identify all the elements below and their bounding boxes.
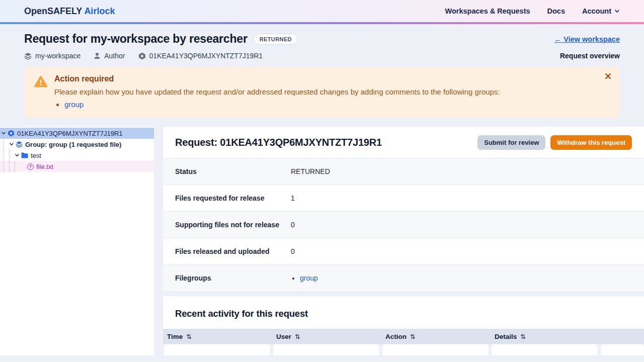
nav-docs[interactable]: Docs bbox=[547, 7, 565, 15]
brand-secondary: Airlock bbox=[84, 6, 115, 16]
sort-icon: ⇅ bbox=[186, 333, 191, 340]
table-cell bbox=[492, 344, 598, 355]
close-icon[interactable]: ✕ bbox=[604, 72, 612, 81]
tree-item-label: test bbox=[31, 152, 41, 159]
tree-guide bbox=[9, 161, 15, 172]
chevron-down-icon bbox=[1, 131, 6, 136]
table-cell bbox=[273, 344, 379, 355]
detail-label: Files requested for release bbox=[175, 194, 291, 202]
page-title: Request for my-workspace by researcher bbox=[24, 32, 248, 46]
tree-item-folder-test[interactable]: test bbox=[0, 150, 154, 161]
table-cell bbox=[601, 344, 644, 355]
alert-group-item: group bbox=[64, 99, 500, 110]
column-header-time[interactable]: Time ⇅ bbox=[163, 333, 272, 340]
account-menu[interactable]: Account bbox=[582, 7, 620, 15]
detail-label: Supporting files not for release bbox=[175, 221, 291, 229]
top-navbar: OpenSAFELY Airlock Workspaces & Requests… bbox=[0, 0, 644, 24]
tree-guide bbox=[9, 150, 15, 161]
chevron-down-icon bbox=[15, 153, 20, 158]
activity-card: Recent activity for this request Time ⇅ … bbox=[163, 296, 644, 355]
warning-icon bbox=[34, 75, 47, 110]
detail-value: 1 bbox=[291, 194, 295, 202]
nav-workspaces-requests[interactable]: Workspaces & Requests bbox=[445, 7, 530, 15]
meta-workspace-label: my-workspace bbox=[35, 52, 80, 60]
page-header: Request for my-workspace by researcher R… bbox=[0, 24, 644, 60]
tree-guide bbox=[4, 139, 9, 150]
meta-author-label: Author bbox=[104, 52, 125, 60]
sort-icon: ⇅ bbox=[520, 333, 525, 340]
file-tree-sidebar: 01KEA41Y3QP6MJXYNTZT7J19R1 Group: group … bbox=[0, 127, 154, 355]
tree-item-label: Group: group (1 requested file) bbox=[25, 141, 121, 148]
meta-request-id-label: 01KEA41Y3QP6MJXYNTZT7J19R1 bbox=[149, 52, 263, 60]
layers-icon bbox=[24, 52, 32, 60]
chevron-down-icon bbox=[614, 9, 620, 14]
tree-item-label: 01KEA41Y3QP6MJXYNTZT7J19R1 bbox=[17, 130, 123, 137]
tree-guide bbox=[4, 161, 9, 172]
column-header-action[interactable]: Action ⇅ bbox=[381, 333, 491, 340]
tree-guide bbox=[15, 161, 20, 172]
tree-item-file-txt[interactable]: ? file.txt bbox=[0, 161, 154, 172]
view-workspace-link[interactable]: ← View workspace bbox=[554, 35, 620, 43]
group-link[interactable]: group bbox=[64, 100, 84, 109]
alert-group-list: group bbox=[64, 99, 500, 110]
cube-icon bbox=[8, 130, 15, 137]
content-area: 01KEA41Y3QP6MJXYNTZT7J19R1 Group: group … bbox=[0, 127, 644, 355]
column-label: Details bbox=[495, 333, 517, 340]
activity-title: Recent activity for this request bbox=[163, 296, 644, 329]
request-overview-link[interactable]: Request overview bbox=[560, 52, 620, 60]
activity-table-header: Time ⇅ User ⇅ Action ⇅ Details ⇅ bbox=[163, 329, 644, 344]
detail-value: 0 bbox=[291, 221, 295, 229]
detail-row-filegroups: Filegroups group bbox=[163, 264, 644, 291]
alert-title: Action required bbox=[54, 74, 500, 83]
tree-item-group[interactable]: Group: group (1 requested file) bbox=[0, 139, 154, 150]
brand-logo[interactable]: OpenSAFELY Airlock bbox=[24, 6, 115, 17]
column-header-user[interactable]: User ⇅ bbox=[272, 333, 381, 340]
brand-primary: OpenSAFELY bbox=[24, 6, 82, 16]
sort-icon: ⇅ bbox=[295, 333, 300, 340]
user-icon bbox=[94, 52, 101, 59]
request-title: Request: 01KEA41Y3QP6MJXYNTZT7J19R1 bbox=[175, 137, 477, 148]
nav-links: Workspaces & Requests Docs Account bbox=[445, 7, 620, 15]
meta-request-id: 01KEA41Y3QP6MJXYNTZT7J19R1 bbox=[138, 52, 263, 60]
column-label: Action bbox=[385, 333, 407, 340]
detail-value: group bbox=[291, 274, 318, 282]
folder-icon bbox=[21, 152, 28, 158]
question-icon: ? bbox=[27, 163, 34, 170]
meta-workspace: my-workspace bbox=[24, 52, 80, 60]
action-required-alert: Action required Please explain how you h… bbox=[24, 67, 620, 118]
tree-item-request[interactable]: 01KEA41Y3QP6MJXYNTZT7J19R1 bbox=[0, 128, 154, 139]
detail-value: RETURNED bbox=[291, 167, 330, 175]
detail-label: Filegroups bbox=[175, 274, 291, 282]
alert-message: Please explain how you have updated the … bbox=[54, 87, 500, 96]
cube-icon bbox=[138, 52, 146, 60]
sort-icon: ⇅ bbox=[410, 333, 415, 340]
detail-label: Files released and uploaded bbox=[175, 247, 291, 255]
main-panel: Request: 01KEA41Y3QP6MJXYNTZT7J19R1 Subm… bbox=[163, 127, 644, 355]
table-cell bbox=[382, 344, 489, 355]
chevron-down-icon bbox=[9, 142, 14, 147]
column-header-details[interactable]: Details ⇅ bbox=[491, 333, 600, 340]
column-label: Time bbox=[167, 333, 183, 340]
request-card: Request: 01KEA41Y3QP6MJXYNTZT7J19R1 Subm… bbox=[163, 127, 644, 291]
account-label: Account bbox=[582, 7, 611, 15]
column-label: User bbox=[276, 333, 291, 340]
detail-label: Status bbox=[175, 167, 291, 175]
meta-author: Author bbox=[94, 52, 125, 60]
detail-row-files-released: Files released and uploaded 0 bbox=[163, 238, 644, 264]
withdraw-request-button[interactable]: Withdraw this request bbox=[550, 135, 632, 150]
tree-item-label: file.txt bbox=[36, 163, 53, 170]
submit-for-review-button[interactable]: Submit for review bbox=[477, 135, 545, 150]
tree-guide bbox=[4, 150, 9, 161]
table-cell bbox=[164, 344, 270, 355]
detail-row-status: Status RETURNED bbox=[163, 158, 644, 185]
detail-value: 0 bbox=[291, 247, 295, 255]
layers-icon bbox=[16, 141, 23, 148]
status-badge: RETURNED bbox=[254, 34, 298, 45]
filegroup-link[interactable]: group bbox=[300, 274, 318, 282]
detail-row-files-requested: Files requested for release 1 bbox=[163, 185, 644, 211]
activity-table-body bbox=[163, 344, 644, 355]
detail-row-supporting-files: Supporting files not for release 0 bbox=[163, 211, 644, 238]
